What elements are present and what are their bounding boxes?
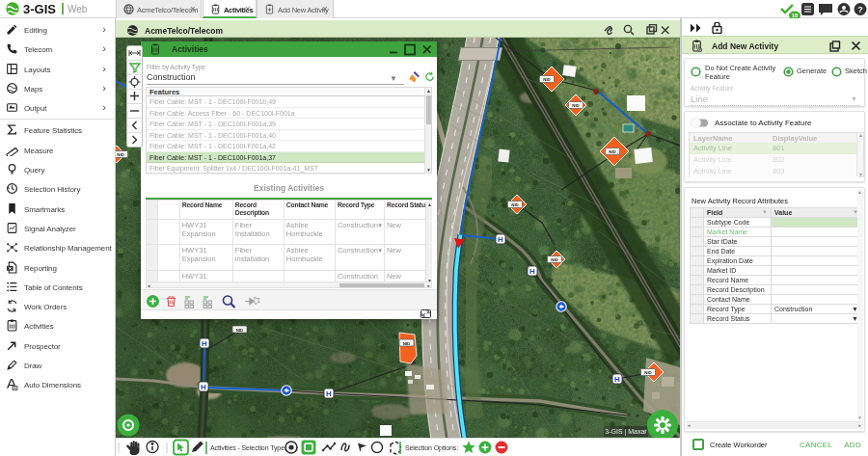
svg-text:NID: NID — [572, 103, 580, 108]
svg-text:NID: NID — [543, 77, 551, 82]
svg-text:NID: NID — [117, 152, 124, 157]
svg-text:3-GIS | Maxar: 3-GIS | Maxar — [605, 428, 647, 436]
svg-text:NID: NID — [644, 370, 652, 375]
svg-text:Activities - Selection Type:: Activities - Selection Type: — [210, 444, 286, 452]
svg-text:H: H — [326, 389, 332, 398]
svg-text:H: H — [529, 267, 535, 276]
svg-text:H: H — [498, 235, 503, 244]
svg-text:H: H — [201, 383, 206, 391]
svg-text:NID: NID — [551, 257, 558, 262]
svg-text:NID: NID — [236, 328, 244, 333]
svg-text:NID: NID — [403, 341, 411, 346]
svg-text:H: H — [202, 339, 207, 348]
svg-text:NID: NID — [511, 202, 519, 207]
svg-text:Selection Options:: Selection Options: — [405, 444, 458, 452]
svg-text:H: H — [614, 375, 620, 384]
svg-text:18: 18 — [792, 13, 799, 18]
svg-text:NID: NID — [609, 149, 616, 154]
svg-text:?: ? — [857, 5, 863, 14]
